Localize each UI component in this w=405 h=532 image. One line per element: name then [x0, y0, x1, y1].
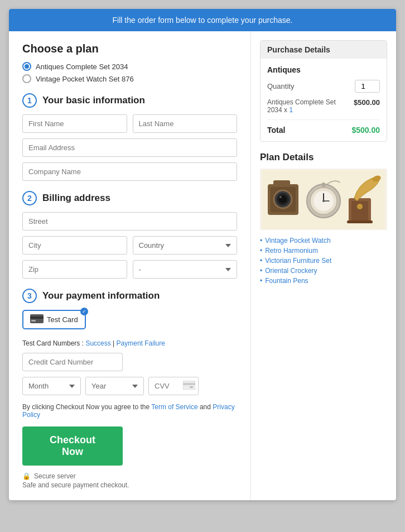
email-input[interactable] [22, 138, 237, 157]
plan-item-3: Victorian Furniture Set [260, 257, 387, 265]
svg-rect-20 [322, 183, 325, 187]
section1-header: 1 Your basic information [22, 93, 237, 108]
section2-number: 2 [22, 191, 37, 205]
choose-plan-title: Choose a plan [22, 42, 237, 55]
plan-details-title: Plan Details [260, 152, 387, 163]
tos-link[interactable]: Term of Service [151, 403, 197, 411]
state-select[interactable]: - [133, 260, 238, 279]
svg-rect-2 [31, 320, 36, 322]
year-select[interactable]: Year 202420252026 202720282029 [85, 377, 144, 395]
radio-empty-icon [22, 74, 31, 83]
checkout-button[interactable]: Checkout Now [22, 426, 123, 466]
quantity-input[interactable] [355, 80, 380, 93]
terms-text: By clicking Checkout Now you agree to th… [22, 403, 237, 419]
total-label: Total [267, 126, 285, 135]
svg-rect-13 [273, 180, 290, 185]
svg-point-12 [279, 196, 282, 198]
last-name-input[interactable] [133, 114, 238, 133]
line-item-row: Antiques Complete Set 2034 x 1 $500.00 [267, 98, 380, 120]
svg-rect-4 [183, 383, 195, 385]
secure-server-row: 🔒 Secure server [22, 472, 237, 480]
radio-checked-icon [22, 62, 31, 71]
test-card-label: Test Card [47, 315, 78, 324]
lock-icon: 🔒 [22, 472, 31, 480]
main-content: Choose a plan Antiques Complete Set 2034… [9, 31, 396, 500]
plan-items-list: Vintage Pocket Watch Retro Harmonium Vic… [260, 237, 387, 285]
right-panel: Purchase Details Antiques Quantity Antiq… [251, 31, 396, 500]
section2-title: Billing address [42, 193, 110, 204]
line-item-qty: 1 [289, 106, 293, 114]
total-price: $500.00 [351, 126, 380, 135]
name-row [22, 114, 237, 133]
terms-prefix: By clicking Checkout Now you agree to th… [22, 403, 151, 411]
cc-number-row [22, 353, 237, 371]
svg-point-19 [322, 200, 325, 202]
banner-text: Fill the order form below to complete yo… [113, 16, 293, 25]
quantity-label: Quantity [267, 82, 294, 90]
section1-title: Your basic information [42, 95, 145, 106]
plan-option-2-label: Vintage Pocket Watch Set 876 [36, 75, 134, 83]
street-row [22, 212, 237, 231]
test-card-button[interactable]: ✓ Test Card [22, 310, 86, 329]
section2-header: 2 Billing address [22, 191, 237, 205]
total-row: Total $500.00 [267, 126, 380, 135]
city-country-row: Country [22, 236, 237, 255]
payment-failure-link[interactable]: Payment Failure [117, 339, 165, 347]
svg-rect-5 [190, 386, 193, 388]
section3-title: Your payment information [42, 290, 160, 301]
plan-option-2[interactable]: Vintage Pocket Watch Set 876 [22, 74, 237, 83]
quantity-row: Quantity [267, 80, 380, 93]
left-panel: Choose a plan Antiques Complete Set 2034… [9, 31, 251, 500]
top-banner: Fill the order form below to complete yo… [9, 9, 396, 31]
svg-point-25 [357, 204, 363, 209]
plan-item-5: Fountain Pens [260, 277, 387, 285]
line-item-price: $500.00 [354, 98, 380, 107]
success-link[interactable]: Success [85, 339, 110, 347]
page-wrapper: Fill the order form below to complete yo… [9, 9, 396, 500]
country-select[interactable]: Country [133, 236, 238, 255]
safe-text: Safe and secure payment checkout. [22, 481, 237, 489]
plan-item-4: Oriental Crockery [260, 267, 387, 275]
month-year-cvv-row: Month 010203 040506 070809 101112 Year 2… [22, 377, 237, 395]
street-input[interactable] [22, 212, 237, 231]
city-input[interactable] [22, 236, 127, 255]
terms-middle: and [200, 403, 213, 411]
purchase-details-box: Purchase Details Antiques Quantity Antiq… [260, 40, 387, 142]
plan-details-section: Plan Details [260, 152, 387, 285]
plan-item-2: Retro Harmonium [260, 247, 387, 255]
plan-option-1[interactable]: Antiques Complete Set 2034 [22, 62, 237, 71]
product-name: Antiques [267, 65, 380, 74]
first-name-input[interactable] [22, 114, 127, 133]
zip-state-row: - [22, 260, 237, 279]
month-select[interactable]: Month 010203 040506 070809 101112 [22, 377, 81, 395]
test-card-numbers-row: Test Card Numbers : Success | Payment Fa… [22, 339, 237, 347]
test-card-numbers-label: Test Card Numbers : [22, 339, 84, 347]
section3-header: 3 Your payment information [22, 289, 237, 303]
plan-image [260, 169, 387, 230]
plan-item-1: Vintage Pocket Watch [260, 237, 387, 245]
test-card-check-icon: ✓ [80, 308, 88, 315]
section1-number: 1 [22, 93, 37, 108]
card-icon [30, 314, 44, 325]
zip-input[interactable] [22, 260, 127, 279]
plan-option-1-label: Antiques Complete Set 2034 [36, 63, 128, 71]
svg-rect-24 [347, 221, 373, 223]
company-row [22, 162, 237, 181]
section3-number: 3 [22, 289, 37, 303]
cvv-card-icon [183, 381, 195, 392]
purchase-details-title: Purchase Details [261, 41, 387, 59]
company-input[interactable] [22, 162, 237, 181]
secure-server-text: Secure server [34, 472, 76, 480]
cc-number-input[interactable] [22, 353, 123, 371]
svg-rect-1 [30, 317, 44, 319]
line-item-name: Antiques Complete Set 2034 x 1 [267, 98, 345, 114]
email-row [22, 138, 237, 157]
payment-section: ✓ Test Card Test Card Numbers : [22, 310, 237, 489]
